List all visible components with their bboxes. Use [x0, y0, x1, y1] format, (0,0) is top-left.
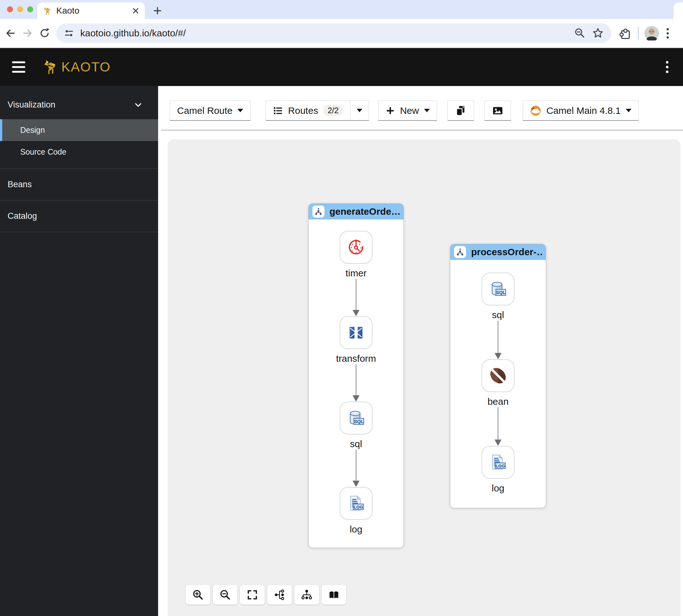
navigation-sidebar: Visualization Design Source Code Beans C…: [0, 86, 158, 616]
sidebar-item-beans[interactable]: Beans: [0, 169, 158, 200]
brand-title: KAOTO: [61, 60, 111, 74]
runtime-selector-dropdown[interactable]: Camel Main 4.8.1: [523, 101, 639, 121]
kaoto-brand[interactable]: KAOTO: [42, 59, 111, 75]
zoom-out-page-icon[interactable]: [574, 27, 586, 39]
book-icon: [328, 589, 339, 600]
forward-button[interactable]: [19, 25, 36, 42]
transform-icon: [346, 323, 366, 343]
kaoto-masthead: KAOTO: [0, 48, 683, 86]
export-code-button[interactable]: [447, 101, 474, 121]
edge-arrow: [353, 450, 359, 487]
step-label: timer: [346, 267, 367, 279]
step-bean[interactable]: bean: [482, 359, 514, 407]
visualization-toolbar: Camel Route Routes 2/2: [158, 86, 683, 130]
zoom-out-icon: [219, 589, 231, 600]
copy-icon: [455, 105, 467, 117]
zoom-in-button[interactable]: [185, 585, 210, 604]
plus-icon: [385, 106, 395, 115]
route-card-generateOrder[interactable]: generateOrde…: [308, 203, 404, 548]
sidebar-item-catalog[interactable]: Catalog: [0, 200, 158, 232]
step-log[interactable]: LOG log: [482, 446, 514, 494]
step-transform[interactable]: transform: [336, 316, 376, 364]
reload-button[interactable]: [36, 25, 53, 42]
route-card-header[interactable]: generateOrde…: [309, 204, 403, 219]
sidebar-toggle-button[interactable]: [9, 59, 28, 75]
minimize-window-button[interactable]: [17, 6, 23, 12]
step-tile[interactable]: LOG: [482, 446, 514, 479]
new-entity-dropdown[interactable]: New: [378, 101, 437, 121]
list-icon: [273, 106, 283, 116]
route-steps: timer: [336, 219, 376, 548]
sidebar-item-source-code[interactable]: Source Code: [0, 141, 158, 163]
reload-icon: [38, 27, 51, 40]
back-button[interactable]: [2, 25, 19, 42]
flows-label: Routes: [288, 105, 318, 116]
sidebar-item-design[interactable]: Design: [0, 119, 158, 141]
step-tile[interactable]: SQL: [482, 272, 514, 306]
step-tile[interactable]: [482, 359, 514, 392]
catalog-book-button[interactable]: [322, 585, 346, 604]
horizontal-layout-button[interactable]: [267, 585, 292, 604]
timer-icon: [346, 238, 366, 257]
sql-icon: SQL: [488, 279, 508, 299]
url-text[interactable]: kaotoio.github.io/kaoto/#/: [80, 28, 568, 39]
close-window-button[interactable]: [7, 6, 13, 12]
sidebar-group-visualization[interactable]: Visualization: [0, 86, 158, 119]
sidebar-item-label: Source Code: [20, 147, 66, 156]
browser-toolbar: kaotoio.github.io/kaoto/#/: [0, 19, 683, 47]
export-image-button[interactable]: [484, 101, 511, 121]
expand-icon: [247, 589, 258, 600]
edge-arrow: [494, 407, 502, 446]
dsl-selector-label: Camel Route: [177, 105, 233, 116]
adjacent-tab-edge: [674, 2, 683, 19]
runtime-label: Camel Main 4.8.1: [546, 105, 621, 116]
dsl-selector-dropdown[interactable]: Camel Route: [170, 101, 250, 121]
extensions-icon[interactable]: [619, 26, 632, 40]
edge-arrow: [494, 321, 502, 359]
bookmark-star-icon[interactable]: [592, 27, 604, 40]
zoom-out-button[interactable]: [213, 585, 238, 604]
step-timer[interactable]: timer: [339, 231, 373, 279]
profile-avatar[interactable]: [644, 26, 659, 41]
step-log[interactable]: LOG log: [339, 487, 373, 535]
step-label: bean: [488, 396, 509, 407]
route-card-processOrder[interactable]: processOrder-… SQL: [450, 244, 546, 508]
new-label: New: [400, 105, 419, 116]
log-icon: LOG: [346, 493, 366, 513]
address-bar[interactable]: kaotoio.github.io/kaoto/#/: [56, 23, 611, 43]
image-icon: [492, 105, 504, 117]
caret-down-icon: [424, 109, 430, 112]
browser-menu-button[interactable]: [665, 28, 671, 39]
site-settings-icon[interactable]: [63, 27, 74, 39]
sidebar-item-label: Design: [20, 126, 45, 134]
flows-caret-button[interactable]: [350, 101, 369, 120]
camel-runtime-icon: [530, 105, 541, 116]
step-sql[interactable]: SQL sql: [339, 402, 373, 450]
step-tile[interactable]: LOG: [339, 487, 373, 520]
maximize-window-button[interactable]: [27, 6, 33, 12]
log-icon: LOG: [488, 453, 508, 472]
close-tab-icon[interactable]: [132, 7, 140, 15]
edge-arrow: [353, 364, 359, 402]
browser-tab[interactable]: Kaoto: [37, 2, 145, 19]
vertical-layout-button[interactable]: [294, 585, 319, 604]
new-tab-button[interactable]: [151, 4, 164, 17]
step-tile[interactable]: [339, 231, 373, 264]
flows-count-badge: 2/2: [323, 105, 343, 116]
svg-text:LOG: LOG: [354, 505, 363, 509]
sidebar-item-label: Beans: [7, 180, 32, 189]
route-card-header[interactable]: processOrder-…: [450, 244, 546, 260]
header-menu-button[interactable]: [664, 59, 670, 75]
svg-text:LOG: LOG: [496, 464, 505, 468]
toolbar-separator: [638, 27, 639, 40]
step-sql[interactable]: SQL sql: [482, 272, 514, 321]
step-tile[interactable]: [339, 316, 373, 349]
sql-icon: SQL: [346, 408, 366, 428]
svg-text:SQL: SQL: [496, 290, 506, 295]
visualization-canvas[interactable]: generateOrde…: [168, 139, 681, 616]
route-type-badge: [454, 246, 466, 258]
step-tile[interactable]: SQL: [339, 402, 373, 435]
flows-list-dropdown[interactable]: Routes 2/2: [266, 101, 369, 121]
step-label: sql: [492, 309, 504, 321]
fit-to-screen-button[interactable]: [240, 585, 265, 604]
